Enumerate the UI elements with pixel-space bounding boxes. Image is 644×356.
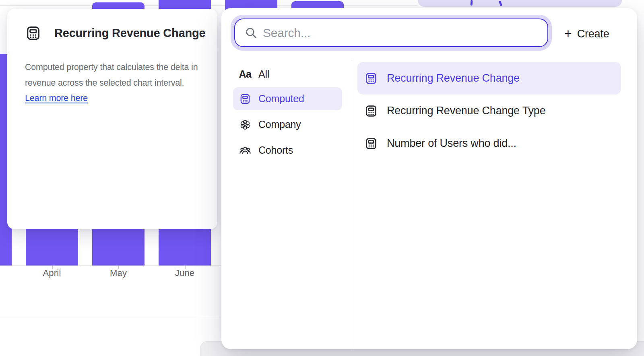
calculator-icon (364, 137, 378, 150)
clipped-text-fragment (499, 1, 502, 6)
property-picker-modal: + Create Aa All Computed Company Cohorts… (221, 8, 637, 349)
search-focus-ring (231, 15, 552, 51)
result-label: Number of Users who did... (387, 137, 516, 150)
tooltip-description-text: Computed property that calculates the de… (25, 62, 198, 88)
learn-more-link[interactable]: Learn more here (25, 93, 88, 103)
screen: April May June Recurring Revenue Change … (0, 0, 644, 356)
clipped-text-fragment (471, 0, 473, 6)
result-label: Recurring Revenue Change (387, 72, 520, 84)
result-label: Recurring Revenue Change Type (387, 105, 545, 117)
result-item-recurring-revenue-change[interactable]: Recurring Revenue Change (357, 62, 621, 95)
create-button[interactable]: + Create (564, 24, 609, 43)
property-tooltip-card: Recurring Revenue Change Computed proper… (7, 9, 217, 229)
result-item-recurring-revenue-change-type[interactable]: Recurring Revenue Change Type (357, 95, 621, 127)
create-button-label: Create (577, 28, 609, 40)
company-icon (239, 119, 251, 131)
x-axis-label-june: June (175, 268, 195, 278)
category-item-company[interactable]: Company (233, 113, 342, 136)
search-input[interactable] (257, 19, 547, 46)
cohorts-icon (239, 144, 251, 156)
category-label: Cohorts (258, 144, 293, 156)
tooltip-title: Recurring Revenue Change (54, 27, 206, 40)
tooltip-header: Recurring Revenue Change (25, 25, 206, 41)
x-axis-label-april: April (43, 268, 61, 278)
calculator-icon (364, 104, 378, 118)
plus-icon: + (564, 27, 572, 40)
result-item-number-of-users[interactable]: Number of Users who did... (357, 127, 621, 160)
category-item-computed[interactable]: Computed (233, 87, 342, 110)
background-highlight-pill (418, 0, 622, 7)
category-label: All (258, 68, 269, 80)
x-axis-label-may: May (110, 268, 127, 278)
text-aa-icon: Aa (239, 68, 251, 80)
category-label: Computed (258, 93, 304, 105)
category-label: Company (258, 119, 301, 130)
category-item-cohorts[interactable]: Cohorts (233, 139, 342, 162)
tooltip-description: Computed property that calculates the de… (25, 60, 204, 106)
category-item-all[interactable]: Aa All (233, 63, 342, 86)
search-icon (245, 27, 257, 39)
calculator-icon (239, 93, 251, 105)
search-field[interactable] (234, 19, 548, 47)
calculator-icon (364, 72, 378, 85)
calculator-icon (25, 25, 41, 41)
column-divider (352, 60, 352, 349)
